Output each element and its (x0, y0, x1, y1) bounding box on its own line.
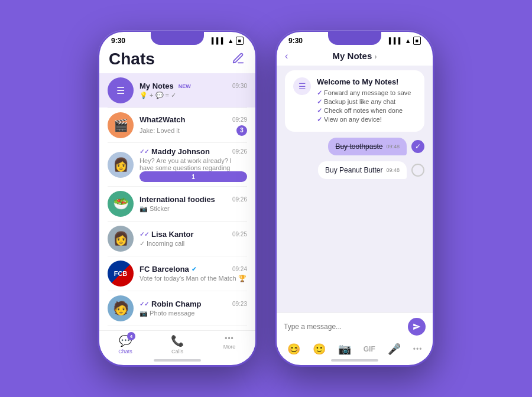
read-tick-maddy: ✓✓ (140, 148, 149, 155)
notes-body: ☰ Welcome to My Notes! Forward any messa… (277, 66, 433, 313)
sticker-icon[interactable]: 🙂 (313, 343, 326, 356)
chat-preview-maddy: Hey? Are you at work already? I have som… (140, 157, 247, 182)
camera-icon[interactable]: 📷 (338, 343, 351, 356)
avatar-lisa: 👩 (108, 226, 134, 252)
chat-name-mynotes: My Notes NEW (140, 82, 193, 90)
chat-content-what2watch: What2Watch 09:29 Jake: Loved it 3 (140, 115, 247, 136)
chat-time-mynotes: 09:30 (232, 83, 247, 89)
tab-bar: 💬 4 Chats 📞 Calls ••• More (99, 330, 255, 359)
chat-time-foodies: 09:26 (232, 196, 247, 203)
chat-name-what2watch: What2Watch (140, 115, 186, 124)
chat-preview-foodies: 📷 Sticker (140, 205, 247, 213)
status-time: 9:30 (111, 37, 125, 45)
todo-checkbox-1[interactable]: ✓ (411, 140, 424, 153)
todo-time-2: 09:48 (386, 167, 400, 173)
todo-time-1: 09:48 (386, 144, 400, 149)
chat-name-foodies: International foodies (140, 195, 215, 204)
welcome-feature-2: Backup just like any chat (317, 98, 411, 106)
chat-preview-mynotes: 💡 + 💬 = ✓ (140, 92, 247, 99)
welcome-features-list: Forward any message to save Backup just … (317, 89, 411, 123)
chat-time-fcbarcelona: 09:24 (232, 266, 247, 272)
battery-icon: ■ (236, 37, 244, 45)
signal-icon: ▍▍▍ (212, 38, 226, 44)
calls-tab-label: Calls (171, 349, 183, 354)
compose-icon[interactable] (232, 52, 246, 66)
avatar-maddy: 👩 (108, 152, 134, 178)
chat-name-maddy: ✓✓ Maddy Johnson (140, 147, 210, 156)
chat-name-robin: ✓✓ Robin Champ (140, 300, 202, 308)
chat-preview-fcbarcelona: Vote for today's Man of the Match 🏆 (140, 275, 247, 282)
new-badge: NEW (176, 83, 193, 90)
chat-time-robin: 09:23 (232, 301, 247, 307)
chats-title: Chats (109, 50, 155, 69)
todo-text-1: Buy toothpaste (335, 142, 382, 151)
chat-content-mynotes: My Notes NEW 09:30 💡 + 💬 = ✓ (140, 82, 247, 99)
todo-bubble-1: Buy toothpaste 09:48 (328, 138, 407, 155)
battery-icon-right: ■ (413, 37, 421, 45)
chats-tab-badge: 4 (127, 332, 135, 340)
chat-item-what2watch[interactable]: 🎬 What2Watch 09:29 Jake: Loved it 3 (99, 108, 255, 142)
chat-item-fcbarcelona[interactable]: FCB FC Barcelona ✔ 09:24 Vote for today'… (99, 256, 255, 291)
unread-badge-maddy: 1 (140, 171, 247, 182)
verified-icon: ✔ (192, 266, 196, 272)
chat-content-maddy: ✓✓ Maddy Johnson 09:26 Hey? Are you at w… (140, 147, 247, 182)
chats-header: Chats (99, 47, 255, 73)
todo-item-2[interactable]: Buy Peanut Butter 09:48 (318, 161, 424, 179)
todo-item-1[interactable]: Buy toothpaste 09:48 ✓ (328, 138, 424, 155)
avatar-what2watch: 🎬 (108, 112, 134, 138)
phone-chats: 9:30 ▍▍▍ ▲ ■ Chats (98, 30, 257, 367)
chat-time-what2watch: 09:29 (232, 116, 247, 123)
message-input[interactable] (284, 323, 403, 331)
signal-icon-right: ▍▍▍ (389, 38, 403, 44)
todo-bubble-2: Buy Peanut Butter 09:48 (318, 161, 407, 179)
tab-chats[interactable]: 💬 4 Chats (99, 334, 151, 354)
status-time-right: 9:30 (288, 37, 303, 45)
back-button[interactable]: ‹ (285, 51, 288, 61)
notes-input-bar (277, 313, 433, 340)
avatar-mynotes: ☰ (108, 77, 134, 103)
more-toolbar-icon[interactable]: ••• (413, 345, 423, 353)
chat-item-lisa[interactable]: 👩 ✓✓ Lisa Kantor 09:25 ✓ Incoming call (99, 222, 255, 256)
avatar-fcbarcelona: FCB (108, 261, 134, 287)
chat-item-robin[interactable]: 🧑 ✓✓ Robin Champ 09:23 📷 Photo message (99, 291, 255, 326)
todo-checkbox-2[interactable] (411, 164, 424, 177)
wifi-icon-right: ▲ (405, 37, 411, 44)
phone-notes: 9:30 ▍▍▍ ▲ ■ ‹ My Notes › (275, 30, 434, 367)
chat-item-maddy[interactable]: 👩 ✓✓ Maddy Johnson 09:26 Hey? Are you at… (99, 143, 255, 186)
chats-tab-label: Chats (118, 349, 132, 354)
chat-preview-lisa: ✓ Incoming call (140, 240, 247, 248)
notch-right (328, 32, 381, 45)
more-tab-label: More (223, 344, 236, 350)
chat-item-brooke[interactable]: 👩 ✓✓ Brooke Smith 09:17 Typing... (99, 326, 255, 330)
welcome-feature-1: Forward any message to save (317, 89, 411, 97)
tab-more[interactable]: ••• More (203, 334, 255, 354)
welcome-icon: ☰ (293, 77, 311, 95)
welcome-feature-3: Check off notes when done (317, 107, 411, 115)
wifi-icon: ▲ (228, 37, 234, 44)
chat-time-lisa: 09:25 (232, 231, 247, 237)
notes-header: ‹ My Notes › (277, 47, 433, 66)
audio-icon[interactable]: 🎤 (388, 343, 401, 356)
welcome-content: Welcome to My Notes! Forward any message… (317, 77, 411, 125)
status-icons: ▍▍▍ ▲ ■ (212, 37, 244, 45)
chat-content-foodies: International foodies 09:26 📷 Sticker (140, 195, 247, 213)
chat-preview-what2watch: Jake: Loved it 3 (140, 125, 247, 136)
emoji-icon[interactable]: 😊 (287, 343, 300, 356)
welcome-title: Welcome to My Notes! (317, 77, 411, 86)
chat-item-mynotes[interactable]: ☰ My Notes NEW 09:30 💡 + 💬 = ✓ (99, 73, 255, 108)
chat-content-lisa: ✓✓ Lisa Kantor 09:25 ✓ Incoming call (140, 230, 247, 248)
calls-tab-icon: 📞 (171, 334, 184, 347)
home-indicator-left (154, 359, 201, 362)
chat-name-lisa: ✓✓ Lisa Kantor (140, 230, 194, 239)
chat-preview-robin: 📷 Photo message (140, 310, 247, 317)
more-tab-icon: ••• (225, 334, 234, 343)
notes-toolbar: 😊 🙂 📷 GIF 🎤 ••• (277, 340, 433, 359)
gif-icon[interactable]: GIF (364, 345, 375, 353)
phones-container: 9:30 ▍▍▍ ▲ ■ Chats (98, 30, 434, 367)
chat-time-maddy: 09:26 (232, 148, 247, 155)
welcome-feature-4: View on any device! (317, 116, 411, 123)
send-button[interactable] (408, 318, 426, 336)
tab-calls[interactable]: 📞 Calls (151, 334, 203, 354)
unread-badge-what2watch: 3 (236, 125, 247, 136)
chat-item-foodies[interactable]: 🥗 International foodies 09:26 📷 Sticker (99, 187, 255, 221)
